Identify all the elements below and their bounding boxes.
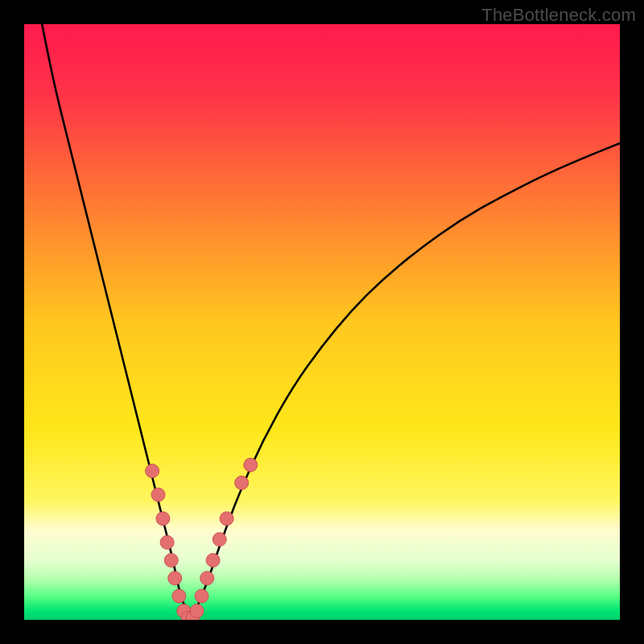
data-point xyxy=(220,512,233,526)
data-point xyxy=(156,512,170,526)
data-point xyxy=(235,476,249,489)
data-point xyxy=(168,572,182,585)
data-point xyxy=(213,533,226,547)
data-point xyxy=(200,572,214,585)
data-point xyxy=(206,553,220,567)
data-point xyxy=(164,553,178,567)
data-point xyxy=(172,589,186,603)
data-point xyxy=(195,589,208,603)
plot-area xyxy=(24,24,620,620)
data-point xyxy=(151,488,165,502)
outer-frame: TheBottleneck.com xyxy=(0,0,644,644)
data-point xyxy=(190,604,204,617)
watermark-text: TheBottleneck.com xyxy=(481,5,636,26)
dots-layer xyxy=(24,24,620,620)
data-point xyxy=(146,464,159,477)
data-point xyxy=(244,458,258,472)
data-point xyxy=(160,535,174,549)
